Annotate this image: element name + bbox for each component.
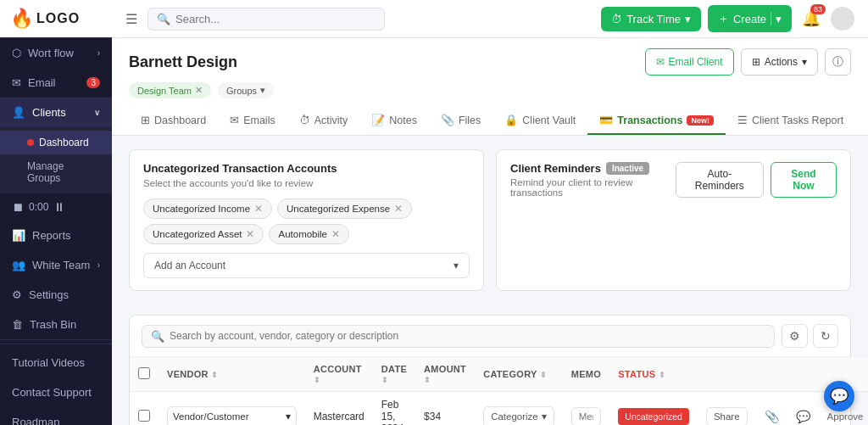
amount-col-header: AMOUNT ⇕ [415,357,475,392]
tab-notes[interactable]: 📝 Notes [359,107,429,135]
groups-tag[interactable]: Groups ▾ [218,82,274,98]
remove-tag-icon[interactable]: ✕ [195,85,203,96]
email-badge: 3 [86,77,100,88]
categorize-select[interactable]: Categorize ▾ [483,406,554,425]
workflow-icon: ⬡ [12,47,21,59]
actions-icon: ⊞ [752,56,760,68]
remove-icon[interactable]: ✕ [254,203,263,215]
sidebar-item-reports[interactable]: 📊 Reports [0,221,112,250]
sidebar-item-roadmap[interactable]: Roadmap [0,407,112,425]
sidebar-item-clients[interactable]: 👤 Clients ∨ [0,98,112,127]
row-checkbox[interactable] [138,410,150,422]
sidebar-item-label: Settings [29,288,69,301]
sync-icon-button[interactable]: ↻ [813,324,838,348]
sidebar-item-label: Clients [32,106,66,119]
sort-icon[interactable]: ⇕ [424,376,431,384]
white-team-icon: 👥 [12,259,25,271]
tab-client-tasks-report[interactable]: ☰ Client Tasks Report [726,107,855,135]
uncategorized-status-button[interactable]: Uncategorized [618,408,689,425]
track-time-button[interactable]: ⏱ Track Time ▾ [601,7,701,31]
amount-cell: $34 [415,392,475,426]
sidebar-sub-item-dashboard[interactable]: Dashboard [0,131,112,154]
tab-files[interactable]: 📎 Files [429,107,492,135]
sidebar-item-tutorial-videos[interactable]: Tutorial Videos [0,348,112,377]
send-now-button[interactable]: Send Now [771,162,837,198]
tab-activity[interactable]: ⏱ Activity [287,107,360,135]
remove-icon[interactable]: ✕ [246,228,254,240]
table-header-row: VENDOR ⇕ ACCOUNT ⇕ DATE ⇕ AMOUNT ⇕ CATEG… [130,357,868,392]
sidebar-item-contact-support[interactable]: Contact Support [0,377,112,407]
category-label: Categorize [491,411,538,422]
logo: 🔥 LOGO [0,0,112,38]
create-button[interactable]: ＋ Create ▾ [708,5,792,32]
sidebar-sub-item-manage-groups[interactable]: Manage Groups [0,154,112,190]
avatar[interactable] [831,7,854,31]
share-button[interactable]: Share [706,407,748,425]
sidebar-item-email[interactable]: ✉ Email 3 [0,68,112,98]
sidebar-item-trash-bin[interactable]: 🗑 Trash Bin [0,310,112,339]
uncategorized-accounts-card: Uncategorized Transaction Accounts Selec… [129,149,484,291]
create-label: Create [733,13,766,25]
main-content: ☰ 🔍 ⏱ Track Time ▾ ＋ Create ▾ 🔔 83 [112,0,868,425]
tab-transactions[interactable]: 💳 Transactions New! [587,107,726,135]
sidebar: 🔥 LOGO ⬡ Wort flow › ✉ Email 3 👤 Clients… [0,0,112,425]
hamburger-icon[interactable]: ☰ [125,11,137,27]
reports-icon: 📊 [12,229,25,242]
remove-icon[interactable]: ✕ [394,203,403,215]
clock-icon: ⏱ [611,13,622,25]
uncategorized-subtitle: Select the accounts you'd like to review [143,178,470,188]
vendor-select[interactable]: Vendor/Customer ▾ [167,406,297,425]
timer-pause-button[interactable]: ⏸ [53,200,65,214]
account-tag-0[interactable]: Uncategorized Income ✕ [143,199,272,219]
memo-col-header: MEMO [563,357,609,392]
client-actions: ✉ Email Client ⊞ Actions ▾ ⓘ [645,48,851,75]
select-all-checkbox[interactable] [138,367,150,379]
approve-button[interactable]: Approve [827,411,864,422]
sidebar-item-white-team[interactable]: 👥 White Team › [0,250,112,280]
logo-text: LOGO [36,11,80,26]
chat-icon: 💬 [830,387,849,405]
attachment-icon[interactable]: 📎 [765,410,779,423]
sidebar-item-settings[interactable]: ⚙ Settings [0,280,112,310]
transaction-search-input[interactable] [170,330,765,342]
sort-icon[interactable]: ⇕ [211,371,218,379]
clients-submenu: Dashboard Manage Groups [0,127,112,193]
auto-reminders-button[interactable]: Auto-Reminders [676,162,764,198]
chat-bubble[interactable]: 💬 [824,381,854,411]
notes-icon: 📝 [371,114,385,126]
tab-dashboard[interactable]: ⊞ Dashboard [129,107,218,135]
remove-icon[interactable]: ✕ [331,228,340,240]
chevron-down-icon: ▾ [453,260,459,271]
vendor-name: Vendor/Customer [173,411,282,422]
chevron-down-icon: ▾ [542,411,547,422]
tab-emails[interactable]: ✉ Emails [218,107,287,135]
account-tag-2[interactable]: Uncategorized Asset ✕ [143,224,264,244]
sidebar-timer: ⏹ 0:00 ⏸ [0,193,112,221]
sort-icon[interactable]: ⇕ [540,371,547,379]
design-team-tag[interactable]: Design Team ✕ [129,82,211,98]
topbar: ☰ 🔍 ⏱ Track Time ▾ ＋ Create ▾ 🔔 83 [112,0,868,38]
sidebar-item-workflow[interactable]: ⬡ Wort flow › [0,38,112,68]
comment-icon[interactable]: 💬 [796,410,810,423]
email-client-button[interactable]: ✉ Email Client [645,48,734,75]
top-cards: Uncategorized Transaction Accounts Selec… [129,149,851,303]
active-dot-icon [27,139,34,146]
add-account-button[interactable]: Add an Account ▾ [143,253,470,278]
account-tag-1[interactable]: Uncategorized Expense ✕ [277,199,412,219]
status-col-header: STATUS ⇕ [609,357,698,392]
activity-icon: ⏱ [299,114,310,126]
search-input[interactable] [175,13,376,25]
info-button[interactable]: ⓘ [825,48,851,75]
tab-client-vault[interactable]: 🔒 Client Vault [492,107,587,135]
sort-icon[interactable]: ⇕ [314,376,320,384]
notifications-button[interactable]: 🔔 83 [798,6,824,31]
sort-icon[interactable]: ⇕ [381,376,388,384]
actions-button[interactable]: ⊞ Actions ▾ [741,48,818,75]
search-icon: 🔍 [157,13,170,25]
account-tag-3[interactable]: Automobile ✕ [269,224,349,244]
timer-stop-button[interactable]: ⏹ [12,200,24,214]
sort-icon[interactable]: ⇕ [659,371,665,379]
settings-icon-button[interactable]: ⚙ [782,324,808,348]
memo-input[interactable] [571,407,601,425]
reminders-description: Remind your client to review transaction… [510,177,676,198]
